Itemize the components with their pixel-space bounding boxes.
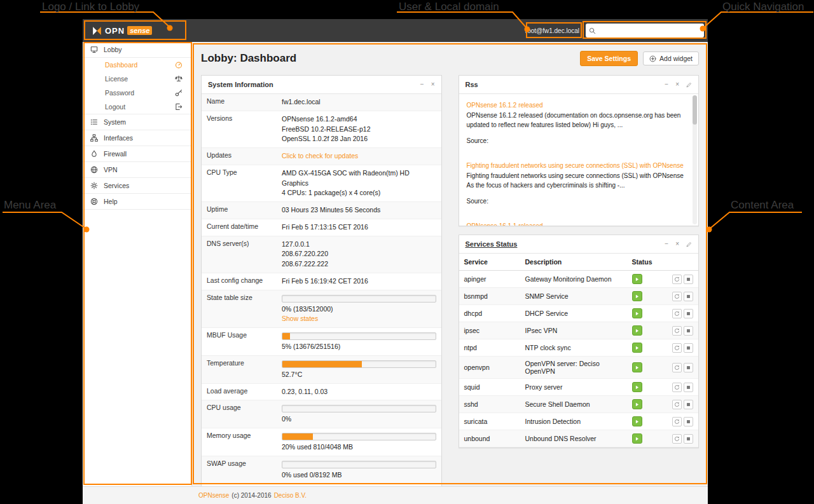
annotation-menu-label: Menu Area — [4, 199, 56, 212]
footer-brand-link[interactable]: OPNsense — [198, 492, 229, 499]
service-status — [632, 274, 694, 284]
service-status — [632, 308, 694, 318]
inline-link[interactable]: Click to check for updates — [282, 151, 358, 161]
field-label: Uptime — [202, 202, 277, 219]
stop-service-icon[interactable] — [684, 434, 693, 444]
system-information-widget: System Information −× Namefw1.dec.localV… — [201, 75, 442, 486]
restart-service-icon[interactable] — [672, 343, 682, 353]
sidebar-item-license[interactable]: License — [83, 72, 191, 86]
stop-service-icon[interactable] — [684, 292, 693, 301]
service-running-icon[interactable] — [632, 325, 642, 336]
header-buttons: Save Settings Add widget — [580, 51, 699, 66]
stop-service-icon[interactable] — [684, 400, 693, 409]
logged-in-user: root@fw1.dec.local — [525, 27, 579, 34]
service-running-icon[interactable] — [632, 308, 642, 318]
restart-service-icon[interactable] — [672, 434, 682, 444]
sidebar-item-firewall[interactable]: Firewall — [83, 146, 191, 162]
logo-link-to-lobby[interactable]: OPN sense — [92, 25, 152, 36]
left-column: System Information −× Namefw1.dec.localV… — [201, 75, 442, 486]
sidebar-item-interfaces[interactable]: Interfaces — [83, 130, 191, 146]
service-running-icon[interactable] — [632, 416, 642, 426]
rss-scrollbar-thumb[interactable] — [693, 95, 697, 125]
close-icon[interactable]: × — [675, 81, 679, 88]
service-status — [632, 382, 694, 392]
service-running-icon[interactable] — [632, 343, 642, 353]
field-label: Current date/time — [202, 219, 277, 236]
field-value: 0.23, 0.11, 0.03 — [277, 384, 441, 400]
sidebar-item-services[interactable]: Services — [83, 178, 191, 194]
edit-icon[interactable] — [686, 242, 692, 247]
search-input[interactable] — [599, 25, 701, 36]
sidebar-item-password[interactable]: Password — [83, 86, 191, 100]
sidebar-item-logout[interactable]: Logout — [83, 100, 191, 114]
sidebar-item-lobby[interactable]: Lobby — [83, 42, 191, 58]
stop-service-icon[interactable] — [684, 326, 693, 336]
stop-service-icon[interactable] — [684, 363, 693, 372]
stop-service-icon[interactable] — [684, 383, 693, 392]
service-description: OpenVPN server: Deciso OpenVPN — [520, 357, 627, 379]
field-label: Memory usage — [202, 428, 277, 456]
service-running-icon[interactable] — [632, 433, 642, 444]
field-value: OPNsense 16.1.2-amd64FreeBSD 10.2-RELEAS… — [277, 111, 441, 147]
system-info-row: Load average0.23, 0.11, 0.03 — [202, 384, 441, 401]
service-running-icon[interactable] — [632, 382, 642, 392]
field-value: 03 Hours 23 Minutes 56 Seconds — [277, 202, 441, 219]
service-running-icon[interactable] — [632, 362, 642, 372]
progress-text: 5% (13676/251516) — [282, 342, 436, 352]
service-name: sshd — [459, 396, 520, 413]
close-icon[interactable]: × — [675, 241, 679, 247]
service-description: Unbound DNS Resolver — [520, 430, 627, 447]
minimize-icon[interactable]: − — [665, 241, 668, 247]
restart-service-icon[interactable] — [672, 383, 682, 392]
system-info-row: Current date/timeFri Feb 5 17:13:15 CET … — [202, 219, 441, 236]
service-description: Secure Shell Daemon — [520, 396, 627, 413]
restart-service-icon[interactable] — [672, 400, 682, 409]
stop-service-icon[interactable] — [684, 417, 693, 426]
widget-header: Rss −× — [459, 76, 699, 94]
sidebar-item-help[interactable]: Help — [83, 194, 191, 210]
sidebar-item-dashboard[interactable]: Dashboard — [83, 58, 191, 72]
service-running-icon[interactable] — [632, 399, 642, 409]
minimize-icon[interactable]: − — [665, 81, 668, 88]
widget-header: Services Status −× — [459, 235, 699, 254]
service-running-icon[interactable] — [632, 274, 642, 284]
system-info-row: CPU usage0% — [202, 400, 441, 428]
list-icon — [90, 118, 98, 126]
sidebar-item-system[interactable]: System — [83, 114, 191, 130]
restart-service-icon[interactable] — [672, 417, 682, 426]
rss-headline-link[interactable]: OPNsense 16.1.2 released — [467, 100, 686, 110]
edit-icon[interactable] — [686, 82, 692, 88]
stop-service-icon[interactable] — [684, 275, 693, 284]
widget-title: System Information — [208, 81, 273, 88]
menu-item-label: Logout — [105, 103, 125, 111]
system-info-row: CPU TypeAMD GX-415GA SOC with Radeon(tm)… — [202, 165, 441, 202]
service-actions — [672, 363, 693, 372]
service-row: apingerGateway Monitoring Daemon — [459, 271, 699, 288]
sidebar-item-vpn[interactable]: VPN — [83, 162, 191, 178]
restart-service-icon[interactable] — [672, 292, 682, 301]
restart-service-icon[interactable] — [672, 363, 682, 372]
lifering-icon — [90, 198, 98, 205]
system-info-row: DNS server(s)127.0.0.1208.67.220.220208.… — [202, 236, 441, 273]
add-widget-button[interactable]: Add widget — [643, 51, 699, 65]
stop-service-icon[interactable] — [684, 309, 693, 318]
restart-service-icon[interactable] — [672, 309, 682, 318]
inline-link[interactable]: Show states — [282, 314, 318, 324]
close-icon[interactable]: × — [431, 81, 435, 88]
stop-service-icon[interactable] — [684, 343, 693, 353]
widget-title: Services Status — [466, 240, 518, 248]
system-info-row: UpdatesClick to check for updates — [202, 148, 441, 165]
restart-service-icon[interactable] — [672, 275, 682, 284]
minimize-icon[interactable]: − — [420, 81, 424, 88]
field-value: 127.0.0.1208.67.220.220208.67.222.222 — [277, 236, 441, 273]
topbar-right: root@fw1.dec.local — [525, 24, 704, 37]
progress-bar — [282, 461, 436, 468]
rss-headline-link[interactable]: OPNsense 16.1.1 released — [467, 221, 686, 226]
rss-scrollbar — [693, 95, 697, 224]
rss-headline-link[interactable]: Fighting fraudulent networks using secur… — [467, 161, 686, 170]
progress-bar — [282, 332, 436, 340]
restart-service-icon[interactable] — [672, 326, 682, 336]
service-running-icon[interactable] — [632, 291, 642, 301]
footer-company-link[interactable]: Deciso B.V. — [274, 492, 307, 499]
save-settings-button[interactable]: Save Settings — [580, 51, 638, 66]
